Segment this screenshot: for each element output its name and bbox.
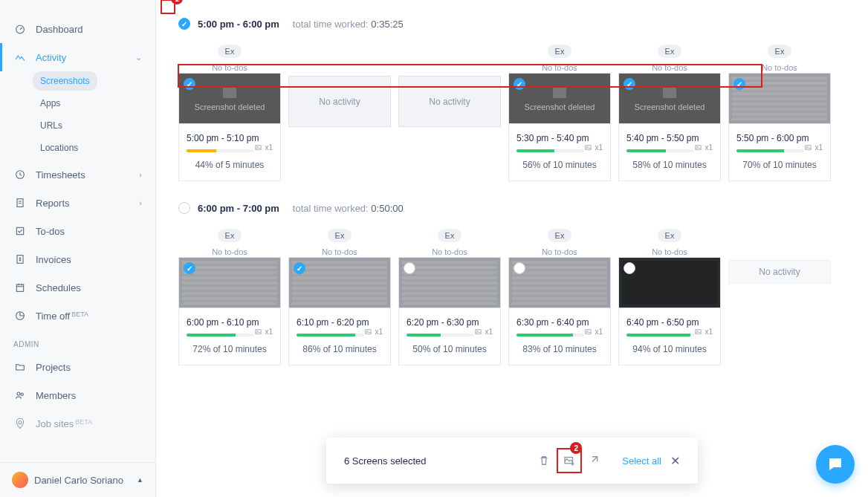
activity-pct: 44% of 5 minutes bbox=[187, 160, 273, 170]
svg-point-8 bbox=[21, 393, 23, 395]
chevron-down-icon: ⌄ bbox=[135, 53, 142, 62]
screenshot-card[interactable]: ExNo to-dos6:40 pm - 6:50 pm x194% of 10… bbox=[618, 229, 721, 366]
nav-reports[interactable]: Reports › bbox=[0, 189, 155, 217]
user-menu[interactable]: Daniel Carlo Soriano ▲ bbox=[0, 462, 155, 497]
screenshot-card[interactable]: ExNo to-dos6:10 pm - 6:20 pm x186% of 10… bbox=[288, 229, 391, 366]
chevron-right-icon: › bbox=[139, 170, 142, 179]
project-pill[interactable]: Ex bbox=[548, 229, 572, 242]
checkbox-icon bbox=[13, 224, 27, 238]
activity-icon bbox=[13, 51, 27, 64]
svg-rect-24 bbox=[586, 330, 591, 334]
activity-bar bbox=[187, 149, 254, 152]
activity-pct: 56% of 10 minutes bbox=[516, 160, 603, 170]
svg-rect-22 bbox=[476, 330, 481, 334]
users-icon bbox=[13, 389, 27, 402]
thumb-checkbox[interactable] bbox=[184, 78, 195, 90]
screenshot-thumb[interactable] bbox=[728, 73, 831, 124]
project-pill[interactable]: Ex bbox=[328, 229, 352, 242]
no-todos-label: No to-dos bbox=[652, 63, 687, 72]
nav-projects[interactable]: Projects bbox=[0, 353, 155, 381]
subnav-apps[interactable]: Apps bbox=[33, 94, 68, 113]
no-todos-label: No to-dos bbox=[322, 247, 357, 256]
screenshot-thumb[interactable] bbox=[508, 257, 611, 308]
thumb-checkbox[interactable] bbox=[294, 262, 305, 274]
screenshot-card[interactable]: ExNo to-dos5:50 pm - 6:00 pm x170% of 10… bbox=[728, 45, 831, 181]
nav-dashboard[interactable]: Dashboard bbox=[0, 15, 155, 43]
screenshot-card[interactable]: ExNo to-dosScreenshot deleted5:00 pm - 5… bbox=[178, 45, 281, 181]
project-pill[interactable]: Ex bbox=[218, 45, 242, 58]
nav-members[interactable]: Members bbox=[0, 381, 155, 409]
screenshot-thumb[interactable] bbox=[288, 257, 391, 308]
thumb-checkbox[interactable] bbox=[733, 78, 745, 90]
screenshot-card[interactable]: ExNo to-dosScreenshot deleted5:40 pm - 5… bbox=[618, 45, 721, 181]
delete-button[interactable] bbox=[534, 451, 554, 470]
screenshot-thumb[interactable]: Screenshot deleted bbox=[508, 73, 611, 124]
thumb-checkbox[interactable] bbox=[624, 262, 635, 274]
no-todos-label: No to-dos bbox=[542, 247, 577, 256]
svg-rect-16 bbox=[806, 146, 811, 150]
select-all-link[interactable]: Select all bbox=[622, 455, 661, 467]
nav-timeoff[interactable]: Time offBETA bbox=[0, 302, 155, 330]
activity-pct: 94% of 10 minutes bbox=[626, 344, 713, 354]
nav-activity[interactable]: Activity ⌄ bbox=[0, 43, 155, 71]
hour-select-checkbox[interactable] bbox=[178, 18, 190, 30]
screenshot-card[interactable]: ExNo to-dosScreenshot deleted5:30 pm - 5… bbox=[508, 45, 611, 181]
project-pill[interactable]: Ex bbox=[218, 229, 242, 242]
no-todos-label: No to-dos bbox=[212, 247, 247, 256]
subnav-locations[interactable]: Locations bbox=[33, 138, 85, 157]
hour-block: 5:00 pm - 6:00 pmtotal time worked: 0:35… bbox=[178, 18, 868, 181]
card-body: 6:40 pm - 6:50 pm x194% of 10 minutes bbox=[618, 308, 721, 366]
activity-bar bbox=[407, 334, 474, 337]
deleted-image-icon bbox=[553, 86, 566, 98]
no-activity-tile: No activity bbox=[728, 260, 831, 284]
thumb-checkbox[interactable] bbox=[514, 78, 525, 90]
screenshot-count: x1 bbox=[694, 328, 713, 336]
subnav-screenshots[interactable]: Screenshots bbox=[33, 71, 97, 91]
screenshot-card[interactable]: ExNo to-dos6:20 pm - 6:30 pm x150% of 10… bbox=[398, 229, 501, 366]
no-todos-label: No to-dos bbox=[542, 63, 577, 72]
activity-pct: 58% of 10 minutes bbox=[626, 160, 713, 170]
svg-point-21 bbox=[367, 331, 368, 331]
deleted-text: Screenshot deleted bbox=[525, 103, 595, 111]
nav-jobsites[interactable]: Job sitesBETA bbox=[0, 409, 155, 438]
nav-invoices[interactable]: Invoices bbox=[0, 245, 155, 273]
blur-screenshots-button[interactable]: 2 bbox=[560, 451, 579, 470]
screenshot-thumb[interactable] bbox=[618, 257, 721, 308]
screenshot-count: x1 bbox=[584, 328, 603, 336]
screenshot-thumb[interactable]: Screenshot deleted bbox=[618, 73, 721, 124]
project-pill[interactable]: Ex bbox=[768, 45, 792, 58]
screenshot-thumb[interactable]: Screenshot deleted bbox=[178, 73, 281, 124]
card-time: 5:50 pm - 6:00 pm x1 bbox=[736, 133, 823, 143]
activity-pct: 83% of 10 minutes bbox=[516, 344, 603, 354]
svg-point-17 bbox=[807, 146, 808, 147]
hour-select-checkbox[interactable] bbox=[178, 202, 190, 214]
subnav-urls[interactable]: URLs bbox=[33, 116, 70, 135]
project-pill[interactable]: Ex bbox=[438, 229, 462, 242]
screenshot-thumb[interactable] bbox=[398, 257, 501, 308]
thumb-checkbox[interactable] bbox=[624, 78, 635, 90]
activity-pct: 86% of 10 minutes bbox=[297, 344, 383, 354]
card-body: 6:10 pm - 6:20 pm x186% of 10 minutes bbox=[288, 308, 391, 366]
screenshot-card[interactable]: ExNo to-dos6:00 pm - 6:10 pm x172% of 10… bbox=[178, 229, 281, 366]
close-icon[interactable]: ✕ bbox=[670, 454, 680, 468]
thumb-checkbox[interactable] bbox=[404, 262, 415, 274]
nav-label: Projects bbox=[36, 362, 142, 373]
project-pill[interactable]: Ex bbox=[658, 45, 682, 58]
chat-fab[interactable] bbox=[816, 445, 855, 484]
card-top: ExNo to-dos bbox=[508, 229, 611, 257]
screenshot-card[interactable]: ExNo to-dos6:30 pm - 6:40 pm x183% of 10… bbox=[508, 229, 611, 366]
nav-label: Reports bbox=[36, 198, 139, 209]
screenshot-thumb[interactable] bbox=[178, 257, 281, 308]
deleted-image-icon bbox=[223, 86, 236, 98]
thumb-checkbox[interactable] bbox=[184, 262, 195, 274]
project-pill[interactable]: Ex bbox=[548, 45, 572, 58]
nav-todos[interactable]: To-dos bbox=[0, 217, 155, 245]
export-button[interactable] bbox=[585, 451, 604, 470]
thumb-checkbox[interactable] bbox=[514, 262, 525, 274]
screenshot-count: x1 bbox=[364, 328, 383, 336]
card-body: 5:40 pm - 5:50 pm x158% of 10 minutes bbox=[618, 124, 721, 181]
project-pill[interactable]: Ex bbox=[658, 229, 682, 242]
nav-schedules[interactable]: Schedules bbox=[0, 273, 155, 302]
nav-timesheets[interactable]: Timesheets › bbox=[0, 160, 155, 189]
activity-bar bbox=[736, 149, 804, 152]
